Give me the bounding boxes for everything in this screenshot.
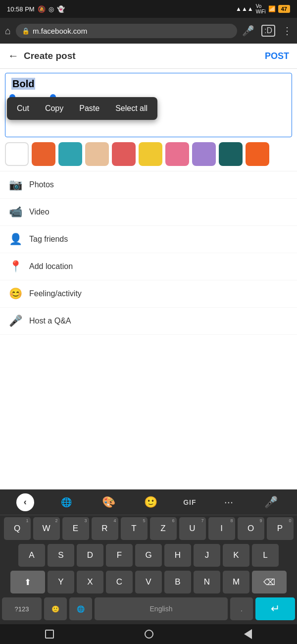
key-z[interactable]: Z6 — [150, 517, 177, 540]
post-text-content: Bold — [11, 78, 35, 90]
back-button[interactable]: ← — [8, 50, 19, 62]
key-h[interactable]: H — [164, 544, 191, 567]
color-swatch-peach[interactable] — [85, 142, 109, 166]
location-icon: ◎ — [49, 5, 54, 13]
tab-icon[interactable]: :D — [261, 25, 275, 37]
key-c[interactable]: C — [106, 571, 133, 593]
status-right: ▲▲▲ VoWiFi 📶 47 — [236, 3, 290, 14]
key-j[interactable]: J — [194, 544, 220, 567]
key-x[interactable]: X — [77, 571, 103, 593]
option-feeling[interactable]: 😊Feeling/activity — [0, 280, 297, 308]
color-swatch-teal[interactable] — [58, 142, 82, 166]
key-e[interactable]: E3 — [62, 517, 89, 540]
recent-apps-button[interactable] — [45, 630, 54, 639]
key-n[interactable]: N — [194, 571, 220, 593]
menu-icon[interactable]: ⋮ — [282, 25, 292, 37]
key-d[interactable]: D — [77, 544, 103, 567]
period-key[interactable]: . — [230, 597, 253, 620]
wifi-icon: 📶 — [268, 5, 276, 12]
feeling-icon: 😊 — [9, 287, 22, 300]
vo-wifi-icon: VoWiFi — [256, 3, 266, 14]
video-label: Video — [29, 208, 50, 216]
option-add-location[interactable]: 📍Add location — [0, 253, 297, 280]
mic-icon[interactable]: 🎤 — [242, 25, 254, 37]
copy-button[interactable]: Copy — [37, 97, 71, 120]
backspace-key[interactable]: ⌫ — [252, 571, 287, 593]
globe-key[interactable]: 🌐 — [69, 597, 92, 620]
keyboard-row-2: A S D F G H J K L — [0, 542, 297, 569]
keyboard-back-button[interactable]: ‹ — [16, 493, 34, 511]
keyboard[interactable]: ‹ 🌐 🎨 🙂 GIF ··· 🎤 Q1 W2 E3 R4 T5 Z6 U7 I… — [0, 489, 297, 624]
voice-icon[interactable]: 🎤 — [261, 496, 281, 509]
key-t[interactable]: T5 — [121, 517, 148, 540]
browser-icons: 🎤 :D ⋮ — [242, 25, 292, 37]
app-header: ← Create post POST — [0, 44, 297, 69]
key-g[interactable]: G — [135, 544, 162, 567]
option-host-qa[interactable]: 🎤Host a Q&A — [0, 308, 297, 335]
key-v[interactable]: V — [135, 571, 162, 593]
key-w[interactable]: W2 — [33, 517, 60, 540]
photos-icon: 📷 — [9, 178, 22, 191]
post-button[interactable]: POST — [265, 51, 289, 61]
keyboard-bottom-row: ?123 🙂 🌐 English . ↵ — [0, 595, 297, 624]
palette-icon[interactable]: 🎨 — [99, 496, 118, 509]
enter-key[interactable]: ↵ — [255, 597, 295, 620]
key-q[interactable]: Q1 — [4, 517, 31, 540]
key-u[interactable]: U7 — [179, 517, 206, 540]
color-swatch-pink[interactable] — [165, 142, 189, 166]
context-menu: Cut Copy Paste Select all — [7, 97, 157, 120]
post-options: 📷Photos📹Video👤Tag friends📍Add location😊F… — [0, 171, 297, 335]
key-o[interactable]: O9 — [238, 517, 264, 540]
color-swatch-purple[interactable] — [192, 142, 216, 166]
color-swatch-yellow[interactable] — [139, 142, 162, 166]
add-location-icon: 📍 — [9, 260, 22, 273]
host-qa-label: Host a Q&A — [29, 317, 71, 325]
time: 10:58 PM — [7, 5, 35, 13]
tag-friends-label: Tag friends — [29, 235, 68, 244]
url-bar[interactable]: 🔒 m.facebook.com — [16, 24, 237, 38]
key-s[interactable]: S — [48, 544, 74, 567]
shift-key[interactable]: ⬆ — [10, 571, 45, 593]
key-i[interactable]: I8 — [208, 517, 235, 540]
option-photos[interactable]: 📷Photos — [0, 171, 297, 199]
feeling-label: Feeling/activity — [29, 289, 82, 298]
gif-button[interactable]: GIF — [183, 498, 196, 506]
numeric-key[interactable]: ?123 — [2, 597, 42, 620]
sticker-icon[interactable]: 🙂 — [141, 496, 161, 509]
emoji-key[interactable]: 🙂 — [44, 597, 67, 620]
home-icon[interactable]: ⌂ — [5, 25, 11, 37]
space-key[interactable]: English — [95, 597, 228, 620]
key-f[interactable]: F — [106, 544, 133, 567]
header-left: ← Create post — [8, 50, 76, 62]
cut-button[interactable]: Cut — [9, 97, 37, 120]
color-swatch-bright-orange[interactable] — [246, 142, 269, 166]
key-k[interactable]: K — [223, 544, 249, 567]
signal-icon: ▲▲▲ — [236, 5, 253, 12]
key-p[interactable]: P0 — [267, 517, 294, 540]
home-nav-button[interactable] — [145, 630, 153, 639]
select-all-button[interactable]: Select all — [107, 97, 155, 120]
photos-label: Photos — [29, 180, 54, 189]
option-tag-friends[interactable]: 👤Tag friends — [0, 226, 297, 253]
tag-friends-icon: 👤 — [9, 233, 22, 246]
battery-icon: 47 — [278, 5, 290, 13]
key-l[interactable]: L — [252, 544, 279, 567]
option-video[interactable]: 📹Video — [0, 199, 297, 226]
key-y[interactable]: Y — [48, 571, 74, 593]
key-r[interactable]: R4 — [92, 517, 118, 540]
more-icon[interactable]: ··· — [219, 496, 239, 509]
key-m[interactable]: M — [223, 571, 249, 593]
lock-icon: 🔒 — [22, 27, 30, 35]
back-nav-button[interactable] — [244, 629, 252, 639]
background-color-picker[interactable] — [0, 137, 297, 171]
color-swatch-orange[interactable] — [32, 142, 55, 166]
add-location-label: Add location — [29, 262, 73, 271]
key-a[interactable]: A — [18, 544, 45, 567]
color-swatch-white[interactable] — [5, 142, 29, 166]
url-text: m.facebook.com — [33, 27, 87, 35]
paste-button[interactable]: Paste — [71, 97, 107, 120]
color-swatch-floral[interactable] — [112, 142, 136, 166]
color-swatch-dark-teal[interactable] — [219, 142, 243, 166]
key-b[interactable]: B — [164, 571, 191, 593]
translate-icon[interactable]: 🌐 — [56, 497, 76, 508]
